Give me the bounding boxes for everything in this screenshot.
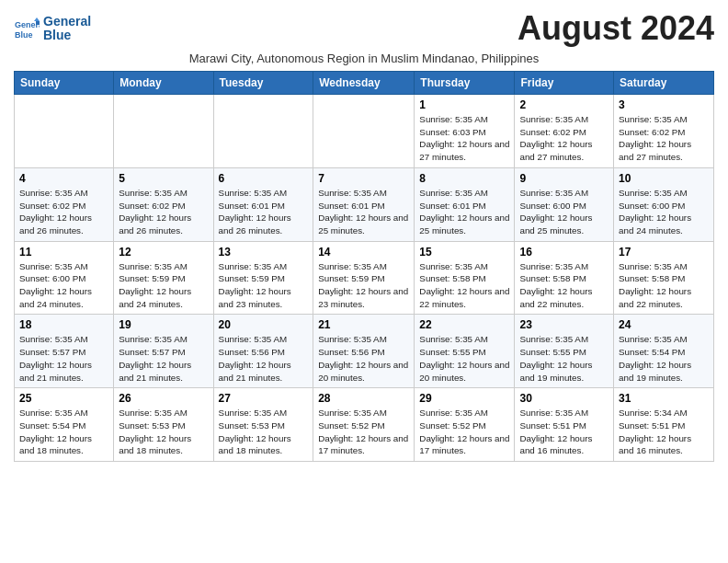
svg-text:General: General	[15, 20, 40, 29]
svg-text:Blue: Blue	[15, 30, 33, 40]
day-info: Sunrise: 5:35 AM Sunset: 5:55 PM Dayligh…	[519, 333, 609, 384]
day-number: 28	[318, 392, 409, 405]
calendar-cell: 10Sunrise: 5:35 AM Sunset: 6:00 PM Dayli…	[614, 167, 714, 241]
calendar-cell: 1Sunrise: 5:35 AM Sunset: 6:03 PM Daylig…	[415, 95, 515, 168]
day-number: 19	[119, 318, 208, 331]
calendar-cell: 2Sunrise: 5:35 AM Sunset: 6:02 PM Daylig…	[515, 95, 614, 168]
calendar-cell: 29Sunrise: 5:35 AM Sunset: 5:52 PM Dayli…	[415, 388, 515, 462]
day-number: 18	[19, 318, 108, 331]
logo-line1: General	[43, 15, 91, 29]
day-info: Sunrise: 5:35 AM Sunset: 5:53 PM Dayligh…	[119, 407, 208, 457]
calendar-cell: 21Sunrise: 5:35 AM Sunset: 5:56 PM Dayli…	[313, 315, 415, 388]
calendar-cell: 8Sunrise: 5:35 AM Sunset: 6:01 PM Daylig…	[415, 167, 515, 241]
day-info: Sunrise: 5:35 AM Sunset: 5:58 PM Dayligh…	[419, 260, 509, 311]
calendar-cell: 15Sunrise: 5:35 AM Sunset: 5:58 PM Dayli…	[415, 241, 515, 315]
day-number: 12	[119, 246, 208, 259]
day-number: 29	[419, 392, 509, 405]
day-number: 24	[619, 318, 709, 331]
day-number: 27	[219, 392, 309, 405]
calendar-table: SundayMondayTuesdayWednesdayThursdayFrid…	[14, 71, 714, 462]
month-title: August 2024	[518, 9, 714, 48]
day-info: Sunrise: 5:35 AM Sunset: 5:54 PM Dayligh…	[19, 407, 108, 457]
day-number: 3	[619, 98, 709, 111]
calendar-cell: 23Sunrise: 5:35 AM Sunset: 5:55 PM Dayli…	[515, 315, 614, 388]
header-sunday: Sunday	[15, 72, 114, 95]
page-header: General Blue General Blue August 2024	[14, 9, 714, 48]
day-info: Sunrise: 5:35 AM Sunset: 5:57 PM Dayligh…	[19, 333, 108, 384]
logo: General Blue General Blue	[14, 15, 91, 43]
day-info: Sunrise: 5:35 AM Sunset: 6:02 PM Dayligh…	[519, 113, 609, 164]
header-saturday: Saturday	[614, 72, 714, 95]
day-number: 26	[119, 392, 208, 405]
day-number: 21	[318, 318, 409, 331]
calendar-cell: 3Sunrise: 5:35 AM Sunset: 6:02 PM Daylig…	[614, 95, 714, 168]
day-info: Sunrise: 5:35 AM Sunset: 6:02 PM Dayligh…	[19, 187, 108, 237]
logo-line2: Blue	[43, 29, 91, 42]
calendar-cell: 9Sunrise: 5:35 AM Sunset: 6:00 PM Daylig…	[515, 167, 614, 241]
calendar-cell: 27Sunrise: 5:35 AM Sunset: 5:53 PM Dayli…	[213, 388, 313, 462]
calendar-cell: 7Sunrise: 5:35 AM Sunset: 6:01 PM Daylig…	[313, 167, 415, 241]
calendar-cell: 31Sunrise: 5:34 AM Sunset: 5:51 PM Dayli…	[614, 388, 714, 462]
day-info: Sunrise: 5:35 AM Sunset: 6:00 PM Dayligh…	[19, 260, 108, 311]
day-info: Sunrise: 5:35 AM Sunset: 6:03 PM Dayligh…	[419, 113, 509, 164]
day-number: 16	[519, 246, 609, 259]
day-number: 8	[419, 172, 509, 185]
calendar-cell: 4Sunrise: 5:35 AM Sunset: 6:02 PM Daylig…	[15, 167, 114, 241]
day-info: Sunrise: 5:35 AM Sunset: 5:56 PM Dayligh…	[219, 333, 309, 384]
day-info: Sunrise: 5:35 AM Sunset: 5:57 PM Dayligh…	[119, 333, 208, 384]
subtitle: Marawi City, Autonomous Region in Muslim…	[14, 52, 714, 65]
day-number: 13	[219, 246, 309, 259]
day-info: Sunrise: 5:35 AM Sunset: 5:52 PM Dayligh…	[419, 407, 509, 457]
calendar-cell: 22Sunrise: 5:35 AM Sunset: 5:55 PM Dayli…	[415, 315, 515, 388]
calendar-cell: 6Sunrise: 5:35 AM Sunset: 6:01 PM Daylig…	[213, 167, 313, 241]
day-info: Sunrise: 5:35 AM Sunset: 6:02 PM Dayligh…	[619, 113, 709, 164]
calendar-cell: 24Sunrise: 5:35 AM Sunset: 5:54 PM Dayli…	[614, 315, 714, 388]
header-thursday: Thursday	[415, 72, 515, 95]
day-number: 1	[419, 98, 509, 111]
calendar-cell: 12Sunrise: 5:35 AM Sunset: 5:59 PM Dayli…	[114, 241, 213, 315]
day-info: Sunrise: 5:35 AM Sunset: 5:55 PM Dayligh…	[419, 333, 509, 384]
day-info: Sunrise: 5:35 AM Sunset: 5:51 PM Dayligh…	[519, 407, 609, 457]
day-number: 22	[419, 318, 509, 331]
logo-text: General Blue	[43, 15, 91, 43]
calendar-cell: 20Sunrise: 5:35 AM Sunset: 5:56 PM Dayli…	[213, 315, 313, 388]
calendar-cell: 16Sunrise: 5:35 AM Sunset: 5:58 PM Dayli…	[515, 241, 614, 315]
calendar-cell: 5Sunrise: 5:35 AM Sunset: 6:02 PM Daylig…	[114, 167, 213, 241]
day-info: Sunrise: 5:35 AM Sunset: 5:53 PM Dayligh…	[219, 407, 309, 457]
day-number: 17	[619, 246, 709, 259]
day-info: Sunrise: 5:35 AM Sunset: 6:01 PM Dayligh…	[419, 187, 509, 237]
day-info: Sunrise: 5:35 AM Sunset: 5:59 PM Dayligh…	[318, 260, 409, 311]
day-number: 4	[19, 172, 108, 185]
calendar-cell: 28Sunrise: 5:35 AM Sunset: 5:52 PM Dayli…	[313, 388, 415, 462]
day-info: Sunrise: 5:35 AM Sunset: 5:52 PM Dayligh…	[318, 407, 409, 457]
day-info: Sunrise: 5:35 AM Sunset: 6:01 PM Dayligh…	[318, 187, 409, 237]
calendar-week-5: 25Sunrise: 5:35 AM Sunset: 5:54 PM Dayli…	[15, 388, 714, 462]
calendar-week-1: 1Sunrise: 5:35 AM Sunset: 6:03 PM Daylig…	[15, 95, 714, 168]
day-number: 31	[619, 392, 709, 405]
svg-marker-4	[36, 21, 40, 25]
logo-icon: General Blue	[14, 16, 40, 41]
day-number: 20	[219, 318, 309, 331]
day-info: Sunrise: 5:35 AM Sunset: 6:02 PM Dayligh…	[119, 187, 208, 237]
day-number: 30	[519, 392, 609, 405]
calendar-week-4: 18Sunrise: 5:35 AM Sunset: 5:57 PM Dayli…	[15, 315, 714, 388]
calendar-cell: 25Sunrise: 5:35 AM Sunset: 5:54 PM Dayli…	[15, 388, 114, 462]
calendar-cell	[114, 95, 213, 168]
calendar-cell	[15, 95, 114, 168]
day-info: Sunrise: 5:35 AM Sunset: 5:59 PM Dayligh…	[119, 260, 208, 311]
calendar-cell: 14Sunrise: 5:35 AM Sunset: 5:59 PM Dayli…	[313, 241, 415, 315]
day-info: Sunrise: 5:34 AM Sunset: 5:51 PM Dayligh…	[619, 407, 709, 457]
day-number: 14	[318, 246, 409, 259]
header-wednesday: Wednesday	[313, 72, 415, 95]
day-number: 25	[19, 392, 108, 405]
day-number: 15	[419, 246, 509, 259]
day-info: Sunrise: 5:35 AM Sunset: 5:56 PM Dayligh…	[318, 333, 409, 384]
day-number: 6	[219, 172, 309, 185]
day-number: 9	[519, 172, 609, 185]
day-number: 23	[519, 318, 609, 331]
day-number: 5	[119, 172, 208, 185]
calendar-cell: 30Sunrise: 5:35 AM Sunset: 5:51 PM Dayli…	[515, 388, 614, 462]
day-number: 2	[519, 98, 609, 111]
header-monday: Monday	[114, 72, 213, 95]
calendar-cell: 13Sunrise: 5:35 AM Sunset: 5:59 PM Dayli…	[213, 241, 313, 315]
